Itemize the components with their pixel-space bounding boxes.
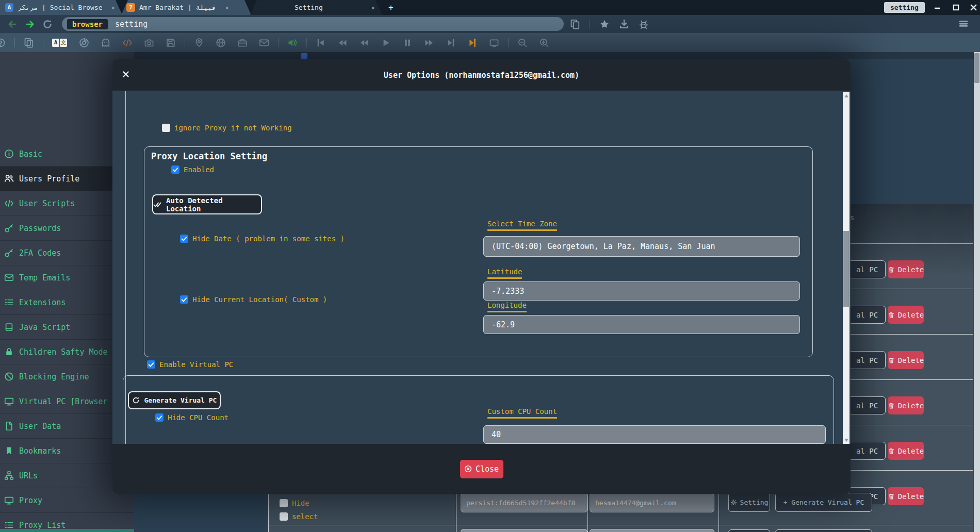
delete-profile-button[interactable]: Delete bbox=[888, 442, 924, 460]
camera-icon[interactable] bbox=[144, 38, 154, 48]
skip-end-icon[interactable] bbox=[446, 38, 456, 48]
play-icon[interactable] bbox=[381, 38, 391, 48]
forward-icon[interactable] bbox=[25, 19, 35, 29]
backward-icon[interactable] bbox=[337, 38, 348, 48]
pause-icon[interactable] bbox=[402, 38, 413, 48]
zoom-out-icon[interactable] bbox=[517, 38, 528, 48]
address-bar: browser setting bbox=[0, 15, 980, 33]
globe-icon[interactable] bbox=[216, 38, 226, 48]
delete-label: Delete bbox=[898, 402, 924, 410]
skip-start-icon[interactable] bbox=[316, 38, 326, 48]
cpu-count-input[interactable]: 40 bbox=[483, 425, 826, 444]
toolbar-divider bbox=[278, 38, 279, 47]
display-icon bbox=[4, 495, 14, 505]
envelope-icon[interactable] bbox=[259, 38, 269, 48]
generate-virtual-pc-button-fragment[interactable]: al PC bbox=[848, 351, 886, 369]
session-id-input[interactable]: persist:fd665d5192ff2e44bf8 bbox=[461, 493, 587, 512]
back-icon[interactable] bbox=[7, 19, 18, 29]
url-bar[interactable]: browser setting bbox=[62, 17, 564, 31]
tab-3[interactable]: Setting✕ bbox=[250, 0, 382, 15]
delete-profile-button[interactable]: Delete bbox=[888, 487, 924, 505]
delete-profile-button[interactable]: Delete bbox=[888, 396, 924, 414]
speaker-icon[interactable] bbox=[287, 38, 298, 48]
download-icon[interactable] bbox=[619, 19, 629, 29]
forward-icon[interactable] bbox=[424, 38, 434, 48]
gear-icon bbox=[730, 499, 737, 506]
enable-vpc-row: Enable Virtual PC bbox=[147, 360, 233, 369]
enable-vpc-checkbox[interactable] bbox=[147, 360, 155, 369]
tab-close-icon[interactable]: ✕ bbox=[371, 4, 375, 11]
zoom-in-icon[interactable] bbox=[539, 38, 549, 48]
hide-cpu-label: Hide CPU Count bbox=[168, 413, 228, 422]
generate-virtual-pc-button-fragment[interactable]: al PC bbox=[848, 260, 886, 278]
hide-date-checkbox[interactable] bbox=[180, 235, 188, 243]
bug-icon[interactable] bbox=[639, 19, 649, 29]
file-icon bbox=[4, 421, 14, 431]
hide-checkbox[interactable] bbox=[280, 499, 288, 507]
protocol-badge: browser bbox=[67, 19, 108, 29]
generate-vpc-button[interactable]: Generate Virual PC bbox=[128, 391, 221, 409]
select-checkbox[interactable] bbox=[280, 512, 288, 521]
refresh-icon[interactable] bbox=[42, 19, 53, 29]
tab-1[interactable]: Aمرتكز | Social Browser✕ bbox=[0, 0, 122, 15]
maximize-button[interactable] bbox=[950, 3, 961, 12]
latitude-input[interactable]: -7.2333 bbox=[483, 281, 800, 301]
next-flag-icon[interactable] bbox=[467, 38, 478, 48]
hide-location-checkbox[interactable] bbox=[180, 295, 188, 304]
modal-close-x-icon[interactable] bbox=[122, 70, 130, 78]
generate-vpc-row-button[interactable]: + Generate Virual PC bbox=[775, 493, 872, 512]
modal-scrollbar[interactable] bbox=[843, 92, 850, 444]
code-icon[interactable] bbox=[122, 38, 133, 48]
copy-pages-icon[interactable] bbox=[570, 19, 580, 29]
help-icon[interactable] bbox=[0, 38, 6, 48]
modal-scrollbar-thumb[interactable] bbox=[843, 231, 849, 307]
pin-icon[interactable] bbox=[194, 38, 204, 48]
enabled-checkbox[interactable] bbox=[171, 165, 179, 174]
email-input[interactable]: hesma14474@gmail.com bbox=[590, 493, 714, 512]
minimize-button[interactable] bbox=[932, 3, 943, 12]
generate-virtual-pc-button-fragment[interactable]: al PC bbox=[848, 306, 886, 324]
browser-window: Aمرتكز | Social Browser✕7Amr Barakat | ق… bbox=[0, 0, 980, 532]
close-window-button[interactable] bbox=[968, 3, 979, 12]
tab-2[interactable]: 7Amr Barakat | قبيلة✕ bbox=[121, 0, 251, 15]
window-scrollbar[interactable] bbox=[974, 52, 980, 532]
timezone-select[interactable]: (UTC-04:00) Georgetown, La Paz, Manaus, … bbox=[483, 236, 800, 257]
ghost-icon[interactable] bbox=[101, 38, 111, 48]
new-tab-button[interactable]: + bbox=[388, 3, 394, 12]
trash-icon bbox=[888, 266, 895, 273]
rewind-icon[interactable] bbox=[359, 38, 369, 48]
modal-header: User Options (norhanmostafa1256@gmail.co… bbox=[112, 59, 851, 91]
sidebar-item-label: Blocking Engine bbox=[19, 372, 89, 381]
tab-close-icon[interactable]: ✕ bbox=[111, 4, 115, 11]
translate-icon[interactable]: A文 bbox=[52, 38, 68, 48]
latitude-label: Latitude bbox=[487, 268, 522, 279]
floppy-icon[interactable] bbox=[166, 38, 176, 48]
hide-cpu-checkbox[interactable] bbox=[155, 413, 164, 422]
divider bbox=[590, 20, 590, 29]
setting-button[interactable]: Setting bbox=[728, 493, 770, 512]
scroll-up-arrow[interactable] bbox=[844, 94, 848, 97]
briefcase-icon[interactable] bbox=[237, 38, 248, 48]
users-icon bbox=[4, 174, 14, 184]
menu-icon[interactable] bbox=[958, 19, 969, 29]
scroll-down-arrow[interactable] bbox=[844, 439, 848, 442]
auto-detect-location-button[interactable]: Auto Detected Location bbox=[152, 194, 262, 214]
copy-pages-icon[interactable] bbox=[24, 38, 34, 48]
delete-profile-button[interactable]: Delete bbox=[888, 351, 924, 369]
longitude-input[interactable]: -62.9 bbox=[483, 315, 800, 334]
generate-virtual-pc-button-fragment[interactable]: al PC bbox=[848, 442, 886, 460]
delete-profile-button[interactable]: Delete bbox=[888, 260, 924, 278]
generate-virtual-pc-button-fragment[interactable]: al PC bbox=[848, 396, 886, 414]
ignore-proxy-checkbox[interactable] bbox=[162, 124, 170, 132]
maximize-icon bbox=[952, 4, 960, 11]
tab-close-icon[interactable]: ✕ bbox=[225, 4, 229, 11]
modal-footer: Close bbox=[112, 444, 851, 494]
delete-profile-button[interactable]: Delete bbox=[888, 306, 924, 324]
next-row-input-sliver bbox=[590, 529, 714, 532]
monitor-icon[interactable] bbox=[489, 38, 499, 48]
scrollbar-thumb[interactable] bbox=[974, 53, 979, 83]
user-options-modal: User Options (norhanmostafa1256@gmail.co… bbox=[112, 59, 851, 494]
close-modal-button[interactable]: Close bbox=[460, 460, 503, 478]
chrome-icon[interactable] bbox=[79, 38, 89, 48]
bookmark-star-icon[interactable] bbox=[599, 19, 610, 29]
